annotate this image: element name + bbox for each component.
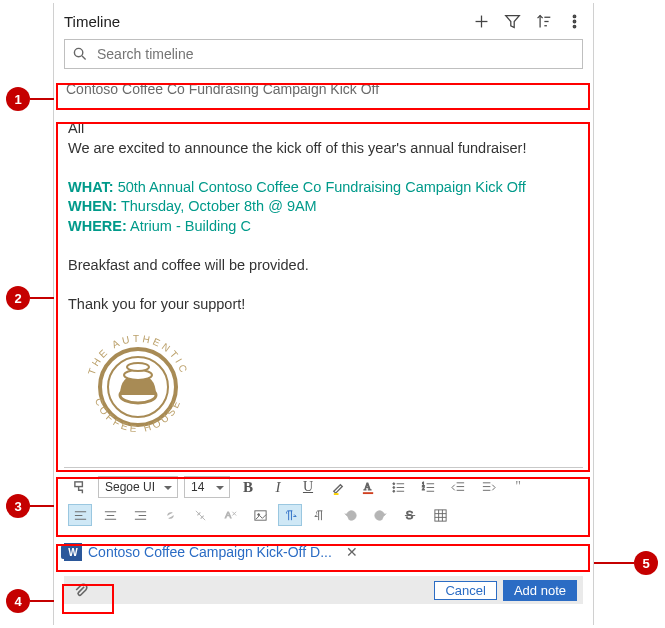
svg-point-24	[392, 486, 394, 488]
where-value: Atrium - Building C	[130, 218, 251, 234]
body-intro: We are excited to announce the kick off …	[68, 139, 579, 159]
word-doc-icon: W	[64, 543, 82, 561]
body-closing1: Breakfast and coffee will be provided.	[68, 256, 579, 276]
action-bar: Cancel Add note	[64, 576, 583, 604]
highlight-button[interactable]	[326, 476, 350, 498]
outdent-button[interactable]	[446, 476, 470, 498]
attach-file-icon[interactable]	[70, 579, 92, 601]
attachment-row: W Contoso Coffee Campaign Kick-Off D... …	[64, 540, 583, 564]
when-value: Thursday, October 8th @ 9AM	[121, 198, 317, 214]
remove-attachment-icon[interactable]: ✕	[346, 544, 358, 560]
italic-button[interactable]: I	[266, 476, 290, 498]
what-label: WHAT:	[68, 179, 114, 195]
callout-5: 5	[634, 551, 658, 575]
where-label: WHERE:	[68, 218, 127, 234]
bold-button[interactable]: B	[236, 476, 260, 498]
add-note-button[interactable]: Add note	[503, 580, 577, 601]
ltr-button[interactable]	[278, 504, 302, 526]
more-icon[interactable]	[566, 13, 583, 30]
cancel-button[interactable]: Cancel	[434, 581, 496, 600]
svg-text:A: A	[224, 510, 231, 520]
strikethrough-button[interactable]: S	[398, 504, 422, 526]
when-label: WHEN:	[68, 198, 117, 214]
format-painter-icon[interactable]	[68, 476, 92, 498]
sort-icon[interactable]	[535, 13, 552, 30]
search-icon	[73, 47, 87, 61]
body-greeting: All	[68, 119, 579, 139]
underline-button[interactable]: U	[296, 476, 320, 498]
link-button[interactable]	[158, 504, 182, 526]
callout-3: 3	[6, 494, 30, 518]
font-color-button[interactable]: A	[356, 476, 380, 498]
svg-point-8	[573, 20, 576, 23]
rich-text-toolbar: Segoe UI 14 B I U A 12 " A S	[64, 467, 583, 536]
svg-point-16	[127, 363, 149, 371]
quote-button[interactable]: "	[506, 476, 530, 498]
align-right-button[interactable]	[128, 504, 152, 526]
logo-image: THE AUTHENTIC COFFEE HOUSE	[68, 317, 208, 457]
svg-text:2: 2	[421, 486, 424, 491]
callout-4: 4	[6, 589, 30, 613]
svg-point-25	[392, 490, 394, 492]
number-list-button[interactable]: 12	[416, 476, 440, 498]
svg-rect-19	[74, 481, 82, 486]
svg-line-11	[82, 56, 86, 60]
timeline-title: Timeline	[64, 13, 473, 30]
timeline-panel: Timeline Contoso Coffee Co Fundrasing Ca…	[53, 3, 594, 625]
undo-button[interactable]	[338, 504, 362, 526]
note-title[interactable]: Contoso Coffee Co Fundrasing Campaign Ki…	[64, 77, 583, 101]
body-closing2: Thank you for your support!	[68, 295, 579, 315]
callout-1: 1	[6, 87, 30, 111]
svg-point-9	[573, 25, 576, 28]
bullet-list-button[interactable]	[386, 476, 410, 498]
svg-point-23	[392, 482, 394, 484]
align-left-button[interactable]	[68, 504, 92, 526]
add-icon[interactable]	[473, 13, 490, 30]
callout-2: 2	[6, 286, 30, 310]
svg-text:A: A	[363, 481, 371, 492]
redo-button[interactable]	[368, 504, 392, 526]
image-button[interactable]	[248, 504, 272, 526]
unlink-button[interactable]	[188, 504, 212, 526]
search-field[interactable]	[64, 39, 583, 69]
clear-format-button[interactable]: A	[218, 504, 242, 526]
table-button[interactable]	[428, 504, 452, 526]
indent-button[interactable]	[476, 476, 500, 498]
svg-point-7	[573, 15, 576, 18]
svg-marker-2	[506, 15, 520, 27]
timeline-header: Timeline	[54, 3, 593, 37]
svg-point-10	[74, 48, 82, 56]
font-family-select[interactable]: Segoe UI	[98, 476, 178, 498]
note-body[interactable]: All We are excited to announce the kick …	[64, 111, 583, 457]
what-value: 50th Annual Contoso Coffee Co Fundraisin…	[118, 179, 526, 195]
rtl-button[interactable]	[308, 504, 332, 526]
align-center-button[interactable]	[98, 504, 122, 526]
svg-rect-57	[434, 509, 445, 520]
filter-icon[interactable]	[504, 13, 521, 30]
search-input[interactable]	[95, 45, 574, 63]
font-size-select[interactable]: 14	[184, 476, 230, 498]
attachment-name[interactable]: Contoso Coffee Campaign Kick-Off D...	[88, 544, 332, 560]
